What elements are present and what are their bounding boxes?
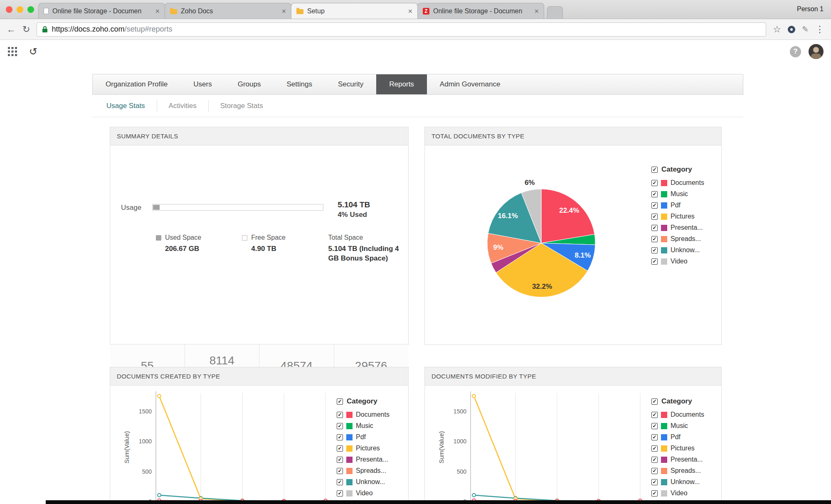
legend-item[interactable]: Unknow... (651, 246, 722, 254)
subnav-tab[interactable]: Activities (157, 100, 208, 112)
legend-item[interactable]: Pictures (337, 445, 407, 452)
checkbox-checked-icon[interactable] (337, 468, 343, 474)
legend-item[interactable]: Presenta... (651, 456, 722, 463)
reload-icon[interactable]: ↻ (22, 25, 30, 34)
checkbox-checked-icon[interactable] (651, 191, 658, 197)
browser-tab-strip: Online file Storage - Documen × Zoho Doc… (0, 0, 831, 19)
tab-close-icon[interactable]: × (408, 7, 412, 15)
tab-title: Online file Storage - Documen (433, 7, 530, 15)
checkbox-checked-icon[interactable] (337, 398, 343, 405)
documents-modified-line-chart[interactable]: 050010001500Sum(Value) (425, 387, 691, 504)
legend-item[interactable]: Music (337, 422, 407, 430)
checkbox-checked-icon[interactable] (651, 247, 658, 253)
refresh-icon[interactable]: ↺ (29, 46, 37, 57)
checkbox-checked-icon[interactable] (651, 479, 658, 485)
legend-item[interactable]: Documents (651, 411, 722, 418)
checkbox-checked-icon[interactable] (651, 445, 658, 452)
documents-created-by-type-panel: DOCUMENTS CREATED BY TYPE 050010001500Su… (110, 367, 409, 504)
apps-grid-icon[interactable] (7, 47, 17, 57)
legend-item[interactable]: Pdf (651, 433, 722, 441)
legend-item[interactable]: Documents (651, 179, 722, 187)
extension-icon[interactable] (788, 26, 795, 33)
subnav-tab[interactable]: Storage Stats (208, 100, 275, 112)
documents-created-line-chart[interactable]: 050010001500Sum(Value) (110, 387, 376, 504)
checkbox-checked-icon[interactable] (651, 468, 658, 474)
data-point-pictures[interactable] (472, 394, 476, 398)
legend-item[interactable]: Presenta... (337, 456, 407, 463)
close-window-button[interactable] (6, 6, 12, 13)
checkbox-checked-icon[interactable] (337, 434, 343, 440)
checkbox-checked-icon[interactable] (337, 412, 343, 418)
checkbox-checked-icon[interactable] (337, 445, 343, 452)
browser-profile-name[interactable]: Person 1 (797, 5, 824, 13)
checkbox-checked-icon[interactable] (651, 398, 658, 405)
checkbox-checked-icon[interactable] (337, 490, 343, 497)
legend-label: Pdf (356, 433, 366, 441)
usage-values: 5.104 TB 4% Used (338, 200, 370, 219)
nav-tab[interactable]: Organization Profile (93, 74, 180, 94)
data-point-unknown[interactable] (472, 494, 476, 497)
legend-item[interactable]: Presenta... (651, 224, 722, 231)
used-space-label: Used Space (165, 234, 201, 241)
checkbox-checked-icon[interactable] (337, 423, 343, 429)
browser-tab[interactable]: Online file Storage - Documen × (417, 3, 544, 19)
checkbox-checked-icon[interactable] (337, 479, 343, 485)
pie-slice-documents[interactable] (541, 189, 594, 243)
checkbox-checked-icon[interactable] (651, 258, 658, 265)
tab-close-icon[interactable]: × (155, 7, 160, 15)
checkbox-checked-icon[interactable] (651, 457, 658, 463)
data-point-unknown[interactable] (158, 494, 161, 497)
legend-item[interactable]: Pictures (651, 445, 722, 452)
checkbox-checked-icon[interactable] (651, 214, 658, 220)
legend-item[interactable]: Music (651, 190, 722, 198)
checkbox-checked-icon[interactable] (337, 457, 343, 463)
checkbox-checked-icon[interactable] (651, 423, 658, 429)
documents-by-type-pie-chart[interactable]: 22.4%8.1%32.2%9%16.1%6% (425, 145, 683, 341)
legend-item[interactable]: Pdf (337, 433, 407, 441)
data-point-pictures[interactable] (158, 394, 161, 398)
legend-item[interactable]: Video (651, 489, 722, 497)
line-panel-body: 050010001500Sum(Value) Category Document… (425, 386, 721, 504)
legend-item[interactable]: Video (651, 258, 722, 265)
zoom-window-button[interactable] (27, 6, 34, 13)
new-tab-button[interactable] (547, 6, 563, 19)
checkbox-checked-icon[interactable] (651, 167, 658, 173)
checkbox-checked-icon[interactable] (651, 225, 658, 231)
checkbox-checked-icon[interactable] (651, 236, 658, 242)
tab-close-icon[interactable]: × (281, 7, 286, 15)
checkbox-checked-icon[interactable] (651, 202, 658, 209)
eyedropper-extension-icon[interactable]: ✎ (802, 25, 809, 34)
back-icon[interactable]: ← (7, 25, 16, 34)
browser-tab[interactable]: Setup × (291, 3, 418, 19)
nav-tab[interactable]: Admin Governance (427, 74, 513, 94)
nav-tab[interactable]: Users (180, 74, 224, 94)
legend-item[interactable]: Spreads... (651, 467, 722, 474)
legend-item[interactable]: Pictures (651, 213, 722, 220)
help-icon[interactable]: ? (790, 46, 801, 57)
browser-tab[interactable]: Zoho Docs × (165, 3, 291, 19)
address-bar[interactable]: https://docs.zoho.com/setup#reports (37, 22, 766, 37)
browser-menu-icon[interactable]: ⋮ (815, 25, 824, 34)
nav-tab[interactable]: Security (325, 74, 376, 94)
nav-tab[interactable]: Groups (225, 74, 274, 94)
legend-item[interactable]: Unknow... (337, 478, 407, 486)
checkbox-checked-icon[interactable] (651, 412, 658, 418)
nav-tab[interactable]: Reports (376, 74, 427, 94)
legend-item[interactable]: Documents (337, 411, 407, 418)
tab-close-icon[interactable]: × (534, 7, 539, 15)
subnav-tab[interactable]: Usage Stats (95, 100, 157, 112)
legend-item[interactable]: Video (337, 489, 407, 497)
legend-item[interactable]: Pdf (651, 202, 722, 209)
user-avatar[interactable] (809, 44, 824, 59)
legend-item[interactable]: Spreads... (337, 467, 407, 474)
nav-tab[interactable]: Settings (274, 74, 325, 94)
legend-item[interactable]: Spreads... (651, 235, 722, 243)
checkbox-checked-icon[interactable] (651, 180, 658, 186)
legend-item[interactable]: Music (651, 422, 722, 430)
bookmark-star-icon[interactable]: ☆ (773, 25, 781, 34)
browser-tab[interactable]: Online file Storage - Documen × (38, 3, 165, 19)
checkbox-checked-icon[interactable] (651, 490, 658, 497)
checkbox-checked-icon[interactable] (651, 434, 658, 440)
legend-item[interactable]: Unknow... (651, 478, 722, 486)
minimize-window-button[interactable] (17, 6, 23, 13)
